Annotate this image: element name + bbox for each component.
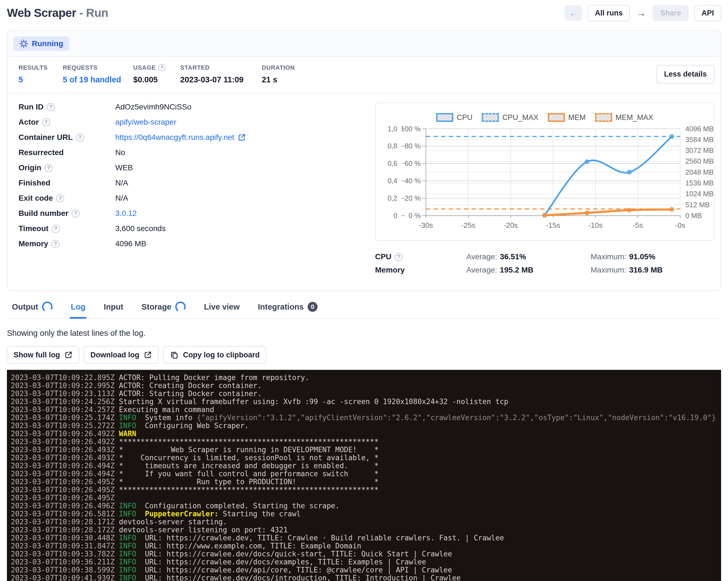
- log-line: 2023-03-07T10:09:25.272Z INFO Configurin…: [11, 422, 721, 430]
- help-icon[interactable]: [47, 103, 55, 111]
- help-icon[interactable]: [51, 240, 59, 248]
- download-log-button[interactable]: Download log: [84, 346, 159, 364]
- detail-value: No: [115, 148, 125, 157]
- log-line: 2023-03-07T10:09:26.495Z * Run type to P…: [11, 478, 721, 486]
- stat-requests-value[interactable]: 5 of 19 handled: [63, 75, 133, 84]
- stat-started: STARTED 2023-03-07 11:09: [180, 64, 262, 84]
- share-button[interactable]: Share: [653, 5, 689, 21]
- svg-text:0,8: 0,8: [388, 142, 397, 150]
- next-run-button[interactable]: [635, 8, 647, 19]
- help-icon[interactable]: [56, 194, 64, 202]
- chart-column: CPUCPU_MAXMEMMEM_MAX -30s-25s-20s-15s-10…: [375, 103, 714, 279]
- log-notice: Showing only the latest lines of the log…: [7, 328, 721, 338]
- log-line: 2023-03-07T10:09:28.171Z devtools-server…: [11, 518, 721, 526]
- page-title: Web Scraper - Run: [7, 6, 108, 20]
- help-icon[interactable]: [395, 253, 403, 261]
- detail-row: Container URLhttps://0q64wnacgyft.runs.a…: [19, 133, 375, 148]
- previous-run-button[interactable]: [564, 5, 582, 21]
- tab-log[interactable]: Log: [70, 298, 86, 318]
- detail-label: Resurrected: [19, 148, 115, 157]
- legend-swatch-icon: [595, 113, 612, 122]
- loading-spinner-icon: [41, 300, 53, 313]
- tab-storage[interactable]: Storage: [140, 298, 187, 318]
- log-line: 2023-03-07T10:09:30.448Z INFO URL: https…: [11, 534, 721, 542]
- memory-summary-label: Memory: [375, 266, 466, 274]
- detail-row: Build number3.0.12: [19, 209, 375, 224]
- legend-swatch-icon: [548, 113, 565, 122]
- svg-text:20 %: 20 %: [405, 194, 421, 202]
- detail-value[interactable]: apify/web-scraper: [115, 118, 176, 127]
- copy-icon: [170, 350, 179, 359]
- log-line: 2023-03-07T10:09:25.174Z INFO System inf…: [11, 414, 721, 422]
- log-line: 2023-03-07T10:09:26.495Z: [11, 494, 721, 502]
- tab-input[interactable]: Input: [103, 298, 124, 318]
- help-icon[interactable]: [52, 225, 60, 233]
- legend-swatch-icon: [482, 113, 499, 122]
- detail-value: 4096 MB: [115, 239, 146, 248]
- help-icon[interactable]: [76, 133, 84, 141]
- all-runs-button[interactable]: All runs: [588, 5, 630, 21]
- detail-value[interactable]: 3.0.12: [115, 209, 137, 218]
- cpu-summary-row: CPU Average: 36.51% Maximum: 91.05%: [375, 253, 714, 261]
- run-tabs: OutputLogInputStorageLive viewIntegratio…: [7, 298, 721, 319]
- legend-item-cpu: CPU: [436, 113, 472, 122]
- help-icon[interactable]: [45, 164, 53, 172]
- detail-row: OriginWEB: [19, 163, 375, 179]
- running-spinner-icon: [20, 39, 28, 48]
- detail-value[interactable]: https://0q64wnacgyft.runs.apify.net: [115, 133, 246, 142]
- log-line: 2023-03-07T10:09:31.847Z INFO URL: http:…: [11, 542, 721, 550]
- detail-label: Run ID: [19, 103, 115, 111]
- show-full-log-button[interactable]: Show full log: [7, 346, 79, 364]
- log-line: 2023-03-07T10:09:26.492Z ***************…: [11, 438, 721, 446]
- memory-maximum: Maximum: 316.9 MB: [591, 266, 663, 274]
- status-label: Running: [32, 39, 63, 48]
- svg-text:1,0: 1,0: [388, 125, 397, 133]
- log-line: 2023-03-07T10:09:41.939Z INFO URL: https…: [11, 574, 721, 581]
- memory-average: Average: 195.2 MB: [466, 266, 591, 274]
- integrations-count-badge: 0: [308, 302, 317, 312]
- detail-value: AdOz5evimh9NCiSSo: [115, 103, 191, 111]
- svg-text:80 %: 80 %: [405, 142, 421, 150]
- stat-usage: USAGE $0.005: [133, 64, 180, 84]
- less-details-button[interactable]: Less details: [656, 65, 714, 83]
- stats-row: RESULTS 5 REQUESTS 5 of 19 handled USAGE…: [7, 57, 721, 93]
- stat-results: RESULTS 5: [19, 64, 63, 84]
- svg-text:60 %: 60 %: [405, 159, 421, 167]
- status-row: Running: [7, 31, 721, 57]
- log-line: 2023-03-07T10:09:36.211Z INFO URL: https…: [11, 558, 721, 566]
- tab-live-view[interactable]: Live view: [203, 298, 241, 318]
- svg-text:3584 MB: 3584 MB: [685, 136, 713, 143]
- detail-row: Actorapify/web-scraper: [19, 118, 375, 133]
- cpu-average: Average: 36.51%: [466, 253, 591, 261]
- stat-results-value[interactable]: 5: [19, 75, 63, 84]
- detail-label: Timeout: [19, 224, 115, 233]
- log-line: 2023-03-07T10:09:26.493Z * Web Scraper i…: [11, 446, 721, 454]
- svg-text:-15s: -15s: [546, 221, 560, 230]
- help-icon[interactable]: [72, 210, 80, 217]
- svg-text:0,4: 0,4: [388, 177, 397, 185]
- svg-text:4096 MB: 4096 MB: [685, 125, 713, 133]
- help-icon[interactable]: [158, 64, 165, 71]
- log-line: 2023-03-07T10:09:28.172Z devtools-server…: [11, 526, 721, 534]
- help-icon[interactable]: [42, 118, 50, 126]
- svg-text:2560 MB: 2560 MB: [685, 157, 713, 165]
- tab-output[interactable]: Output: [11, 298, 54, 318]
- api-button[interactable]: API: [694, 5, 721, 21]
- detail-label: Actor: [19, 118, 115, 127]
- svg-text:0,6: 0,6: [388, 159, 397, 167]
- external-link-icon: [144, 351, 152, 359]
- svg-text:0: 0: [393, 212, 397, 219]
- topbar: Web Scraper - Run All runs Share API: [7, 3, 721, 23]
- arrow-left-icon: [569, 8, 578, 18]
- svg-text:100 %: 100 %: [401, 125, 421, 133]
- cpu-summary-label: CPU: [375, 253, 466, 261]
- legend-swatch-icon: [436, 113, 453, 122]
- copy-log-button[interactable]: Copy log to clipboard: [163, 346, 266, 364]
- log-line: 2023-03-07T10:09:22.895Z ACTOR: Pulling …: [11, 374, 721, 382]
- stat-duration-value: 21 s: [262, 75, 295, 84]
- svg-text:1536 MB: 1536 MB: [685, 179, 713, 187]
- svg-text:-5s: -5s: [633, 221, 643, 230]
- svg-text:512 MB: 512 MB: [685, 201, 710, 209]
- log-line: 2023-03-07T10:09:26.494Z * If you want f…: [11, 470, 721, 478]
- tab-integrations[interactable]: Integrations0: [257, 298, 319, 318]
